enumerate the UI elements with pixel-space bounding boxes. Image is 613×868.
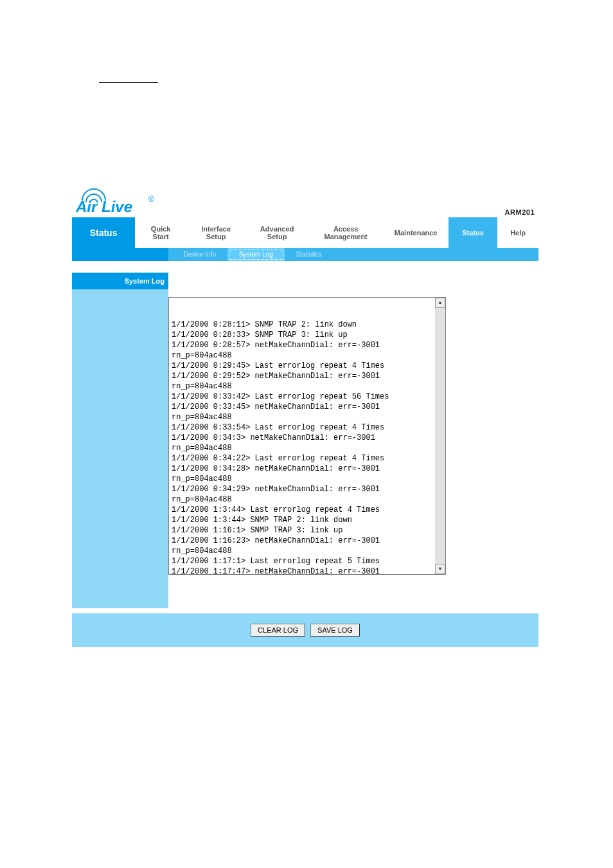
system-log-textarea[interactable]: 1/1/2000 0:28:11> SNMP TRAP 2: link down… — [168, 297, 446, 575]
sub-tabs: Device Info System Log Statistics — [168, 248, 538, 261]
tab-maintenance[interactable]: Maintenance — [383, 217, 449, 248]
tab-quick-start[interactable]: QuickStart — [135, 217, 186, 248]
tab-access-management[interactable]: AccessManagement — [308, 217, 383, 248]
subtab-statistics[interactable]: Statistics — [285, 248, 333, 261]
save-log-button[interactable]: SAVE LOG — [310, 624, 360, 637]
subtab-device-info[interactable]: Device Info — [168, 248, 227, 261]
scrollbar[interactable]: ▲ ▼ — [435, 298, 445, 574]
svg-text:®: ® — [148, 195, 154, 204]
brand-logo: Air Live ® — [76, 186, 172, 215]
page-heading: Status — [72, 217, 135, 248]
system-log-content: 1/1/2000 0:28:11> SNMP TRAP 2: link down… — [169, 318, 445, 575]
clear-log-button[interactable]: CLEAR LOG — [251, 624, 305, 637]
tab-interface-setup[interactable]: InterfaceSetup — [186, 217, 245, 248]
scroll-up-icon[interactable]: ▲ — [435, 298, 445, 308]
svg-text:Air Live: Air Live — [76, 198, 132, 215]
subtab-system-log[interactable]: System Log — [227, 248, 285, 261]
main-tabs: QuickStart InterfaceSetup AdvancedSetup … — [135, 217, 538, 248]
tab-help[interactable]: Help — [497, 217, 538, 248]
tab-status[interactable]: Status — [449, 217, 497, 248]
model-label: ARM201 — [505, 208, 535, 216]
section-label-system-log: System Log — [72, 273, 168, 289]
tab-advanced-setup[interactable]: AdvancedSetup — [245, 217, 308, 248]
scroll-down-icon[interactable]: ▼ — [435, 564, 445, 574]
